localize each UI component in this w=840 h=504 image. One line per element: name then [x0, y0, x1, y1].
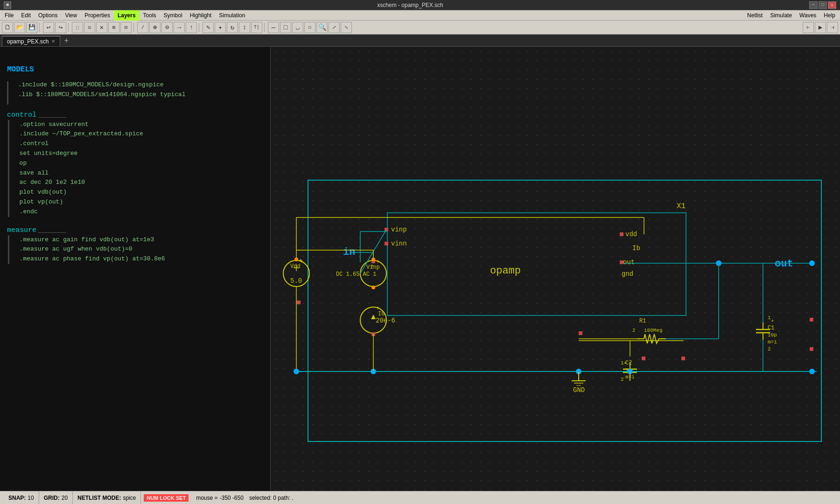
- toolbar-nav-next[interactable]: ⊣: [827, 22, 838, 33]
- toolbar-label[interactable]: T|: [251, 22, 262, 33]
- menu-view[interactable]: View: [61, 10, 81, 21]
- netlist-value: spice: [123, 495, 136, 501]
- close-button[interactable]: ✕: [828, 1, 836, 9]
- minimize-button[interactable]: ─: [809, 1, 818, 9]
- toolbar-redo[interactable]: ↪: [55, 22, 66, 33]
- menu-simulation[interactable]: Simulation: [215, 10, 249, 21]
- toolbar-rotate[interactable]: ↻: [227, 22, 238, 33]
- canvas-area[interactable]: X1 opamp vinp vinn vdd Ib out gnd in out…: [271, 47, 840, 491]
- mouse-value: -350 -650: [220, 495, 244, 501]
- vinp-label: vinp: [391, 226, 407, 233]
- tab-add-button[interactable]: +: [60, 36, 72, 46]
- menu-file[interactable]: File: [1, 10, 17, 21]
- toolbar-line[interactable]: /: [137, 22, 148, 33]
- toolbar-sep2: [68, 23, 70, 32]
- statusbar: SNAP: 10 GRID: 20 NETLIST MODE: spice NU…: [0, 491, 840, 504]
- svg-rect-16: [810, 347, 813, 351]
- tab-close-icon[interactable]: ✕: [51, 39, 55, 44]
- menu-simulate[interactable]: Simulate: [766, 10, 796, 21]
- menu-waves[interactable]: Waves: [796, 10, 820, 21]
- outer-box: [308, 180, 821, 441]
- svg-text:+: +: [300, 259, 303, 265]
- ib-port: Ib: [632, 245, 640, 252]
- tabs: opamp_PEX.sch ✕ +: [0, 35, 840, 47]
- svg-text:+: +: [371, 263, 374, 270]
- c1-label: C1: [768, 325, 774, 331]
- toolbar-minus[interactable]: —: [268, 22, 279, 33]
- toolbar-new[interactable]: 🗋: [2, 22, 13, 33]
- toolbar-delete[interactable]: ✕: [96, 22, 107, 33]
- models-title: MODELS: [7, 65, 34, 74]
- menu-netlist[interactable]: Netlist: [743, 10, 766, 21]
- maximize-button[interactable]: □: [819, 1, 827, 9]
- vdd-top-term: [294, 258, 298, 261]
- toolbar-arrow-right[interactable]: →: [174, 22, 185, 33]
- menu-properties[interactable]: Properties: [81, 10, 114, 21]
- toolbar-save[interactable]: 💾: [26, 22, 37, 33]
- vinn-connector: [385, 242, 388, 245]
- c2-1: 1+: [621, 360, 627, 366]
- toolbar-zoom-in[interactable]: ⊕: [149, 22, 161, 33]
- toolbar-search[interactable]: 🔍: [316, 22, 328, 33]
- vdd-value: 5.0: [290, 277, 302, 285]
- toolbar-zoom-out[interactable]: ⊖: [161, 22, 173, 33]
- mouse-indicator: mouse = -350 -650 selected: 0 path: .: [191, 491, 298, 504]
- menu-symbol[interactable]: Symbol: [160, 10, 186, 21]
- c1-m: m=1: [768, 339, 777, 345]
- toolbar-sep4: [199, 23, 201, 32]
- r1-label: R1: [639, 318, 646, 324]
- grid-label: GRID:: [44, 495, 60, 501]
- menu-edit[interactable]: Edit: [17, 10, 35, 21]
- models-section: MODELS .include $::180MCU_MODELS/design.…: [7, 65, 263, 100]
- tab-opamp-pex[interactable]: opamp_PEX.sch ✕: [2, 36, 60, 46]
- toolbar-play[interactable]: ▶: [815, 22, 826, 33]
- i0-label: I0: [378, 311, 385, 317]
- toolbar-arrow-up[interactable]: ↑: [186, 22, 197, 33]
- menu-help[interactable]: Help: [820, 10, 839, 21]
- r1-orientation: 2: [632, 328, 636, 333]
- menu-tools[interactable]: Tools: [140, 10, 160, 21]
- svg-rect-14: [681, 357, 685, 360]
- toolbar-copy[interactable]: ⊟: [120, 22, 132, 33]
- toolbar-pencil[interactable]: ✎: [203, 22, 214, 33]
- toolbar-stretch[interactable]: ↕: [239, 22, 250, 33]
- toolbar-circle[interactable]: ○: [304, 22, 315, 33]
- out-port: out: [623, 259, 635, 266]
- toolbar-wire[interactable]: ⊡: [84, 22, 95, 33]
- menu-highlight[interactable]: Highlight: [186, 10, 216, 21]
- numlock-indicator: NUM LOCK SET: [144, 494, 189, 502]
- menubar: File Edit Options View Properties Layers…: [0, 10, 840, 21]
- c2-2: 2: [621, 377, 624, 382]
- toolbar: 🗋 📂 💾 ↩ ↪ ⬚ ⊡ ✕ ⊞ ⊟ / ⊕ ⊖ → ↑ ✎ ✦ ↻ ↕ T|…: [0, 21, 840, 35]
- toolbar-sep5: [264, 23, 266, 32]
- gnd-node5: [809, 369, 815, 374]
- svg-rect-15: [810, 318, 813, 322]
- toolbar-nav-end[interactable]: ⊢: [803, 22, 814, 33]
- svg-rect-13: [642, 357, 645, 360]
- toolbar-highlight[interactable]: ✦: [215, 22, 226, 33]
- control-section: control .option savecurrent .include ~/T…: [7, 111, 263, 217]
- toolbar-select[interactable]: ⬚: [72, 22, 83, 33]
- toolbar-rect[interactable]: □: [280, 22, 291, 33]
- out-connector-right: [620, 260, 623, 264]
- models-header: MODELS: [7, 65, 263, 77]
- toolbar-fit[interactable]: ⤢: [329, 22, 340, 33]
- menu-options[interactable]: Options: [35, 10, 61, 21]
- toolbar-zoom-fit[interactable]: ⤡: [341, 22, 352, 33]
- r1-symbol: [637, 334, 666, 343]
- titlebar-icon: ■: [4, 1, 11, 9]
- measure-text: .measure ac gain find vdb(out) at=1e3 .m…: [12, 235, 165, 264]
- menu-layers[interactable]: Layers: [114, 10, 140, 21]
- window-title: xschem - opamp_PEX.sch: [11, 2, 809, 8]
- toolbar-undo[interactable]: ↩: [43, 22, 54, 33]
- opamp-label: opamp: [490, 265, 521, 277]
- c1-2: 2: [768, 346, 771, 352]
- toolbar-open[interactable]: 📂: [14, 22, 25, 33]
- vdd-bot-connector: [297, 301, 301, 304]
- toolbar-arc[interactable]: ◡: [292, 22, 303, 33]
- r1-val: 100Meg: [644, 328, 663, 333]
- svg-text:+: +: [771, 318, 774, 324]
- svg-rect-12: [579, 331, 582, 335]
- snap-label: SNAP:: [8, 495, 26, 501]
- toolbar-move[interactable]: ⊞: [108, 22, 119, 33]
